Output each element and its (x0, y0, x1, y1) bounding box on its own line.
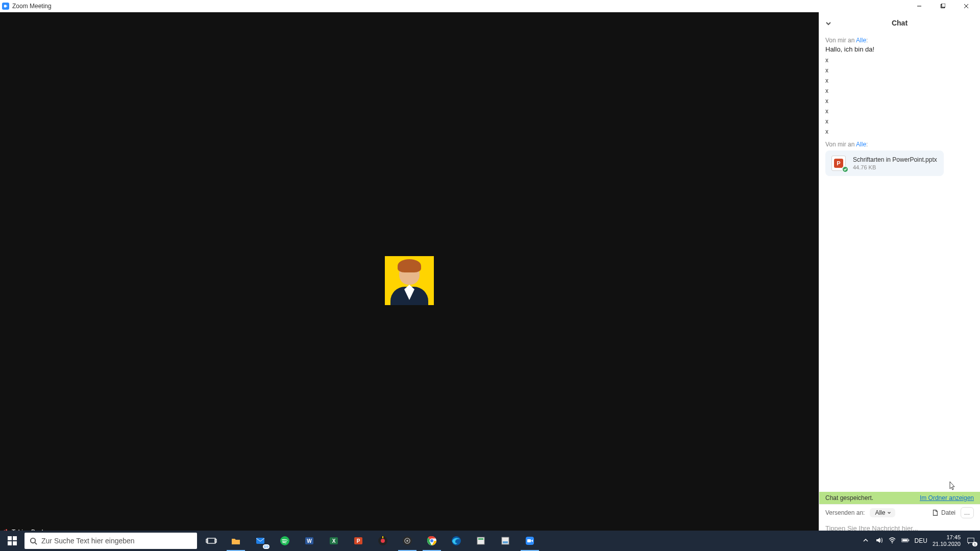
chat-message: x (825, 55, 974, 65)
svg-rect-11 (13, 541, 17, 545)
window-controls (908, 0, 978, 12)
mail-badge: 69 (263, 544, 270, 549)
chat-saved-text: Chat gespeichert. (825, 494, 873, 502)
tray-notifications-icon[interactable]: 1 (966, 536, 976, 546)
svg-point-18 (280, 536, 289, 545)
svg-text:X: X (332, 538, 336, 544)
chat-message: Hallo, ich bin da! (825, 45, 974, 53)
taskbar-app-obs[interactable] (395, 531, 420, 551)
attach-file-button[interactable]: Datei (932, 509, 955, 516)
tray-battery-icon[interactable] (901, 536, 910, 545)
file-icon: P (831, 156, 847, 171)
svg-point-12 (31, 538, 35, 542)
chat-collapse-button[interactable] (825, 19, 831, 29)
svg-rect-0 (4, 5, 7, 8)
svg-rect-14 (207, 538, 215, 543)
svg-rect-43 (902, 539, 908, 541)
taskbar-app-file-explorer[interactable] (224, 531, 248, 551)
taskbar-app-chrome[interactable] (420, 531, 444, 551)
chat-message-list[interactable]: Von mir an Alle: Hallo, ich bin da! x x … (819, 34, 980, 492)
taskbar-app-mail[interactable]: 69 (248, 531, 273, 551)
svg-rect-36 (478, 538, 483, 540)
send-to-dropdown[interactable]: Alle (870, 508, 895, 517)
chat-message: x (825, 96, 974, 106)
taskbar-search[interactable]: Zur Suche Text hier eingeben (24, 533, 197, 549)
svg-point-26 (381, 539, 385, 543)
chat-message: x (825, 106, 974, 116)
svg-rect-40 (527, 539, 531, 542)
svg-rect-44 (908, 539, 909, 541)
svg-point-30 (406, 540, 408, 542)
chat-from-line: Von mir an Alle: (825, 141, 974, 148)
taskbar-app-word[interactable]: W (297, 531, 322, 551)
taskbar-app-zoom[interactable] (518, 531, 542, 551)
taskbar-app-powerpoint[interactable]: P (346, 531, 371, 551)
send-to-label: Versenden an: (825, 509, 865, 516)
tray-language[interactable]: DEU (915, 537, 927, 544)
task-view-button[interactable] (199, 531, 224, 551)
svg-rect-38 (503, 541, 508, 543)
svg-rect-8 (8, 536, 12, 540)
chat-message: x (825, 127, 974, 137)
svg-point-41 (892, 542, 893, 543)
taskbar-app-safe-exam[interactable] (371, 531, 395, 551)
taskbar-app-generic-1[interactable] (469, 531, 493, 551)
svg-line-13 (35, 542, 37, 544)
zoom-app-icon (2, 3, 9, 10)
chat-message: x (825, 76, 974, 86)
svg-text:P: P (357, 538, 360, 544)
file-icon (932, 509, 939, 516)
close-button[interactable] (954, 0, 978, 12)
svg-text:W: W (307, 538, 312, 544)
taskbar-app-spotify[interactable] (273, 531, 297, 551)
window-title: Zoom Meeting (12, 3, 52, 10)
start-button[interactable] (0, 531, 24, 551)
svg-rect-9 (13, 536, 17, 540)
chevron-down-icon (887, 511, 891, 515)
tray-clock[interactable]: 17:45 21.10.2020 (933, 534, 961, 547)
svg-rect-27 (382, 536, 383, 538)
chat-more-button[interactable]: … (961, 507, 974, 518)
chat-send-row: Versenden an: Alle Datei … (819, 504, 980, 520)
taskbar: Zur Suche Text hier eingeben 69 W X P (0, 531, 980, 551)
check-icon (842, 166, 849, 173)
search-icon (30, 537, 37, 545)
taskbar-app-generic-2[interactable] (493, 531, 518, 551)
file-size: 44.76 KB (853, 164, 937, 170)
chat-message: x (825, 65, 974, 76)
chat-from-line: Von mir an Alle: (825, 37, 974, 44)
maximize-button[interactable] (931, 0, 954, 12)
search-placeholder: Zur Suche Text hier eingeben (41, 537, 135, 545)
svg-rect-10 (8, 541, 12, 545)
system-tray: DEU 17:45 21.10.2020 1 (862, 531, 980, 551)
tray-chevron-up-icon[interactable] (862, 536, 870, 545)
chat-message: x (825, 86, 974, 96)
title-bar: Zoom Meeting (0, 0, 980, 12)
chat-panel: Chat Von mir an Alle: Hallo, ich bin da!… (819, 12, 980, 539)
show-in-folder-link[interactable]: Im Ordner anzeigen (920, 494, 974, 502)
tray-wifi-icon[interactable] (888, 536, 896, 545)
chat-title: Chat (892, 19, 908, 27)
tray-volume-icon[interactable] (875, 536, 883, 545)
svg-rect-17 (256, 538, 264, 544)
taskbar-app-excel[interactable]: X (322, 531, 346, 551)
chat-header: Chat (819, 12, 980, 34)
chat-file-attachment[interactable]: P Schriftarten in PowerPoint.pptx 44.76 … (825, 151, 944, 176)
chat-message: x (825, 116, 974, 127)
video-area[interactable]: Tobias Becker (0, 12, 819, 539)
chat-saved-banner: Chat gespeichert. Im Ordner anzeigen (819, 492, 980, 504)
participant-avatar (385, 256, 434, 305)
file-name: Schriftarten in PowerPoint.pptx (853, 156, 937, 163)
taskbar-app-edge[interactable] (444, 531, 469, 551)
minimize-button[interactable] (908, 0, 931, 12)
svg-rect-3 (942, 4, 945, 7)
